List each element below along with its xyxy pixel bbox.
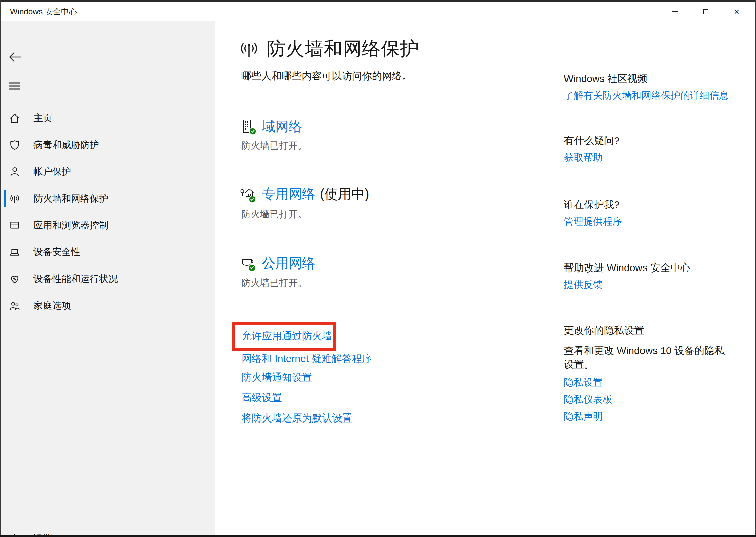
sidebar-item-label: 帐户保护 — [33, 165, 71, 178]
page-subtitle: 哪些人和哪些内容可以访问你的网络。 — [241, 69, 412, 83]
aside-heading: 谁在保护我? — [564, 199, 751, 211]
public-network-status: 防火墙已打开。 — [241, 276, 307, 290]
coffee-cup-icon — [240, 255, 255, 271]
page-title: 防火墙和网络保护 — [267, 36, 419, 62]
minimize-icon — [672, 11, 678, 12]
sidebar-item-label: 设备安全性 — [33, 246, 80, 258]
private-network-row: 专用网络 (使用中) — [240, 184, 369, 203]
sidebar-item-label: 设备性能和运行状况 — [33, 273, 118, 285]
browser-window-icon — [9, 220, 20, 231]
aside-help-improve: 帮助改进 Windows 安全中心 提供反馈 — [564, 262, 751, 291]
manage-providers-link[interactable]: 管理提供程序 — [564, 215, 751, 228]
sidebar-item-virus-threat[interactable]: 病毒和威胁防护 — [1, 132, 215, 158]
window-top-border — [0, 0, 756, 2]
sidebar-item-settings[interactable]: 设置 — [1, 525, 215, 537]
privacy-statement-link[interactable]: 隐私声明 — [564, 410, 751, 423]
privacy-dashboard-link[interactable]: 隐私仪表板 — [564, 393, 751, 406]
gear-icon — [9, 533, 20, 537]
shield-icon — [9, 140, 20, 150]
office-building-icon — [240, 119, 255, 134]
learn-more-firewall-link[interactable]: 了解有关防火墙和网络保护的详细信息 — [564, 89, 751, 102]
aside-privacy-settings: 更改你的隐私设置 查看和更改 Windows 10 设备的隐私设置。 隐私设置 … — [564, 324, 751, 427]
private-network-link[interactable]: 专用网络 — [262, 185, 315, 203]
network-active-suffix: (使用中) — [320, 185, 369, 203]
privacy-settings-link[interactable]: 隐私设置 — [564, 376, 751, 389]
domain-network-status: 防火墙已打开。 — [241, 139, 307, 152]
sidebar-item-label: 家庭选项 — [33, 299, 71, 312]
menu-button[interactable] — [9, 82, 20, 90]
family-icon — [9, 300, 20, 311]
aside-questions: 有什么疑问? 获取帮助 — [564, 135, 751, 164]
check-badge-icon — [249, 128, 256, 135]
aside-heading: 有什么疑问? — [564, 135, 751, 147]
sidebar-item-family[interactable]: 家庭选项 — [1, 292, 215, 319]
back-arrow-icon — [8, 51, 22, 63]
advanced-settings-link[interactable]: 高级设置 — [242, 391, 282, 404]
allow-app-through-firewall-link[interactable]: 允许应用通过防火墙 — [242, 329, 332, 343]
sidebar-item-label: 病毒和威胁防护 — [33, 139, 99, 151]
sidebar-item-label: 应用和浏览器控制 — [33, 219, 108, 232]
minimize-button[interactable] — [660, 2, 690, 21]
firewall-notification-settings-link[interactable]: 防火墙通知设置 — [242, 371, 312, 384]
sidebar: 主页 病毒和威胁防护 帐户保护 — [1, 21, 215, 535]
close-button[interactable]: ✕ — [721, 2, 752, 21]
maximize-button[interactable] — [690, 2, 721, 21]
sidebar-item-label: 防火墙和网络保护 — [33, 192, 108, 205]
give-feedback-link[interactable]: 提供反馈 — [564, 278, 751, 291]
sidebar-item-device-security[interactable]: 设备安全性 — [1, 239, 215, 265]
settings-label: 设置 — [33, 532, 52, 537]
laptop-icon — [9, 247, 20, 257]
firewall-network-icon — [9, 193, 20, 204]
sidebar-item-app-browser[interactable]: 应用和浏览器控制 — [1, 212, 215, 239]
aside-who-protects-me: 谁在保护我? 管理提供程序 — [564, 199, 751, 228]
domain-network-row: 域网络 — [240, 117, 302, 136]
network-internet-troubleshooter-link[interactable]: 网络和 Internet 疑难解答程序 — [242, 352, 372, 365]
maximize-icon — [703, 9, 708, 14]
person-icon — [9, 166, 20, 177]
public-network-link[interactable]: 公用网络 — [262, 254, 315, 273]
title-bar: Windows 安全中心 ✕ — [1, 2, 755, 21]
privacy-description: 查看和更改 Windows 10 设备的隐私设置。 — [564, 343, 731, 371]
restore-firewall-defaults-link[interactable]: 将防火墙还原为默认设置 — [242, 411, 352, 425]
close-icon: ✕ — [734, 8, 740, 15]
sidebar-item-firewall[interactable]: 防火墙和网络保护 — [1, 185, 215, 212]
sidebar-item-account[interactable]: 帐户保护 — [1, 158, 215, 185]
window-controls: ✕ — [660, 2, 752, 21]
aside-heading: Windows 社区视频 — [564, 73, 751, 85]
private-network-status: 防火墙已打开。 — [241, 208, 307, 221]
public-network-row: 公用网络 — [240, 254, 315, 273]
aside-community-videos: Windows 社区视频 了解有关防火墙和网络保护的详细信息 — [564, 73, 751, 102]
heart-pulse-icon — [9, 274, 20, 284]
sidebar-item-label: 主页 — [33, 112, 52, 125]
window-title: Windows 安全中心 — [10, 2, 77, 21]
get-help-link[interactable]: 获取帮助 — [564, 151, 751, 164]
sidebar-item-home[interactable]: 主页 — [1, 105, 215, 132]
back-button[interactable] — [8, 51, 22, 63]
page-header: 防火墙和网络保护 — [239, 36, 419, 62]
house-network-icon — [240, 186, 255, 202]
domain-network-link[interactable]: 域网络 — [262, 117, 302, 136]
check-badge-icon — [249, 196, 256, 203]
home-icon — [9, 113, 20, 124]
sidebar-nav: 主页 病毒和威胁防护 帐户保护 — [1, 105, 215, 319]
hamburger-icon — [9, 82, 20, 90]
aside-heading: 帮助改进 Windows 安全中心 — [564, 262, 751, 274]
check-badge-icon — [248, 264, 256, 272]
sidebar-item-device-health[interactable]: 设备性能和运行状况 — [1, 265, 215, 292]
windows-security-window: Windows 安全中心 ✕ 主页 — [0, 0, 756, 537]
aside-heading: 更改你的隐私设置 — [564, 324, 751, 336]
firewall-network-icon-large — [239, 38, 259, 60]
